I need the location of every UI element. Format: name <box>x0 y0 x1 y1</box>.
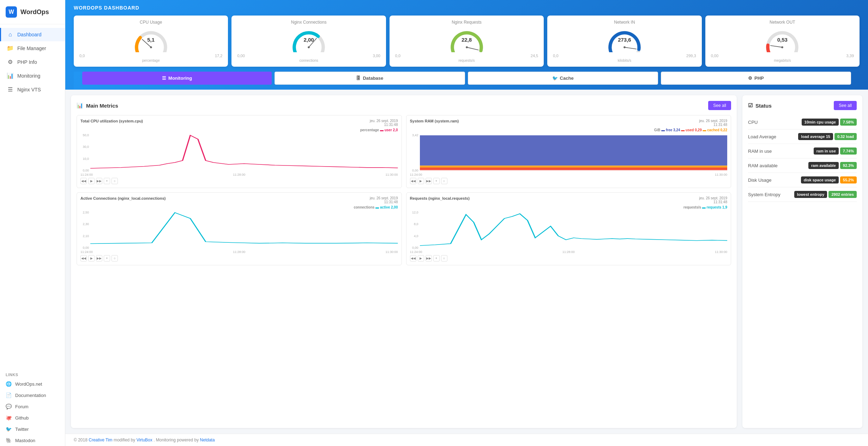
chart-footer-cpu-chart: ◀◀ ▶ ▶▶ + ○ <box>80 178 398 184</box>
sidebar-links: 🌐WordOps.net📄Documentation💬Forum🐙Github🐦… <box>0 378 65 446</box>
chart-card-cpu-chart: Total CPU utilization (system.cpu) jeu. … <box>77 115 402 188</box>
svg-point-7 <box>623 46 626 48</box>
chart-plus-ram-chart[interactable]: + <box>433 178 440 184</box>
chart-prev-ram-chart[interactable]: ▶ <box>418 178 424 184</box>
chart-minus-cpu-chart[interactable]: ○ <box>111 178 118 184</box>
metrics-see-all-button[interactable]: See all <box>708 101 731 110</box>
footer-copyright: © 2018 <box>74 438 88 442</box>
gauge-max-nginx-requests: 24,5 <box>531 54 538 58</box>
chart-title-requests-chart: Requests (nginx_local.requests) <box>410 196 470 200</box>
metrics-panel: 📊 Main Metrics See all Total CPU utiliza… <box>71 95 737 428</box>
tab-database[interactable]: 🗄Database <box>275 72 465 85</box>
gauge-max-network-in: 299,3 <box>686 54 696 58</box>
chart-header-cpu-chart: Total CPU utilization (system.cpu) jeu. … <box>80 119 398 127</box>
tab-cache[interactable]: 🐦Cache <box>468 72 658 85</box>
svg-point-5 <box>466 46 468 48</box>
sidebar-link-mastodon[interactable]: 🐘Mastodon <box>0 435 65 446</box>
php-tab-icon: ⚙ <box>748 76 752 81</box>
chart-prev-requests-chart[interactable]: ▶ <box>418 255 424 261</box>
sidebar-item-dashboard[interactable]: ⌂Dashboard <box>0 28 65 41</box>
gauge-min-network-in: 0,0 <box>553 54 558 58</box>
chart-prev-connections-chart[interactable]: ▶ <box>88 255 95 261</box>
chart-next-requests-chart[interactable]: ▶▶ <box>426 255 432 261</box>
status-label-load-average: Load Average <box>748 134 776 139</box>
gauge-card-cpu-usage: CPU Usage 5,1 0,0 17,2 percentage <box>74 16 228 67</box>
sidebar-item-nginx-vts[interactable]: ☰Nginx VTS <box>0 83 65 96</box>
chart-footer-requests-chart: ◀◀ ▶ ▶▶ + ○ <box>410 255 728 261</box>
gauge-card-nginx-requests: Nginx Requests 22,8 0,0 24,5 requests/s <box>390 16 544 67</box>
sidebar-link-wordops-net[interactable]: 🌐WordOps.net <box>0 378 65 390</box>
chart-footer-connections-chart: ◀◀ ▶ ▶▶ + ○ <box>80 255 398 261</box>
svg-line-8 <box>771 46 782 47</box>
sidebar-item-file-manager[interactable]: 📁File Manager <box>0 41 65 55</box>
header: WORDOPS DASHBOARD CPU Usage 5,1 0,0 17,2… <box>65 0 868 90</box>
status-label-cpu: CPU <box>748 120 758 125</box>
gauge-nginx-connections: 2,00 <box>288 28 330 52</box>
link-label-github: Github <box>15 415 29 421</box>
footer-virtu-link[interactable]: VirtuBox <box>137 438 152 442</box>
chart-plus-connections-chart[interactable]: + <box>104 255 110 261</box>
chart-legend-requests-chart: requests/s ▬ requests 1,9 <box>410 205 728 209</box>
link-label-mastodon: Mastodon <box>15 438 35 443</box>
chart-area-connections-chart <box>90 211 398 249</box>
status-badges-system-entropy: lowest entropy 2902 entries <box>794 191 857 198</box>
link-label-wordops-net: WordOps.net <box>15 381 42 387</box>
chart-next-cpu-chart[interactable]: ▶▶ <box>96 178 102 184</box>
chart-plus-requests-chart[interactable]: + <box>433 255 440 261</box>
gauge-network-out: 0,53 <box>761 28 803 52</box>
sidebar-link-documentation[interactable]: 📄Documentation <box>0 390 65 401</box>
chart-plus-cpu-chart[interactable]: + <box>104 178 110 184</box>
sidebar-item-monitoring[interactable]: 📊Monitoring <box>0 69 65 83</box>
status-badges-load-average: load average 15 0.32 load <box>798 133 857 140</box>
status-badges-ram-in-use: ram in use 7.74% <box>814 147 857 155</box>
dashboard-icon: ⌂ <box>7 31 14 38</box>
chart-next-connections-chart[interactable]: ▶▶ <box>96 255 102 261</box>
gauge-card-network-in: Network IN 273,6 0,0 299,3 kilobits/s <box>547 16 701 67</box>
gauge-value-network-out: 0,53 <box>777 37 788 43</box>
chart-timestamp-requests-chart: jeu. 26 sept. 201911:31:48 <box>699 196 727 204</box>
gauge-value-network-in: 273,6 <box>618 37 631 43</box>
content-area: 📊 Main Metrics See all Total CPU utiliza… <box>65 90 868 434</box>
gauge-max-nginx-connections: 3,00 <box>373 54 380 58</box>
status-badge2-load-average: 0.32 load <box>834 133 857 140</box>
chart-area-requests-chart <box>420 211 728 249</box>
chart-back-cpu-chart[interactable]: ◀◀ <box>80 178 87 184</box>
chart-back-ram-chart[interactable]: ◀◀ <box>410 178 416 184</box>
checkbox-icon: ☑ <box>748 102 753 109</box>
status-label-ram-in-use: RAM in use <box>748 149 772 154</box>
chart-yaxis-requests-chart: 12,0 8,0 4,0 0,00 <box>410 211 420 249</box>
status-title: ☑ Status <box>748 102 772 109</box>
status-label-disk-usage: Disk Usage <box>748 177 771 183</box>
status-badge1-cpu: 10min cpu usage <box>802 119 839 126</box>
nav-label-nginx-vts: Nginx VTS <box>17 87 41 92</box>
chart-minus-connections-chart[interactable]: ○ <box>111 255 118 261</box>
chart-next-ram-chart[interactable]: ▶▶ <box>426 178 432 184</box>
chart-title-connections-chart: Active Connections (nginx_local.connecti… <box>80 196 165 200</box>
tab-monitoring[interactable]: ☰Monitoring <box>82 72 272 85</box>
status-badge1-disk-usage: disk space usage <box>801 176 839 183</box>
cache-tab-icon: 🐦 <box>552 76 558 81</box>
chart-area-cpu-chart <box>90 133 398 172</box>
gauge-title-network-in: Network IN <box>553 20 696 25</box>
chart-minus-ram-chart[interactable]: ○ <box>441 178 447 184</box>
chart-prev-cpu-chart[interactable]: ▶ <box>88 178 95 184</box>
status-badges-cpu: 10min cpu usage 7.58% <box>802 119 857 126</box>
sidebar-link-github[interactable]: 🐙Github <box>0 412 65 423</box>
chart-minus-requests-chart[interactable]: ○ <box>441 255 447 261</box>
gauge-unit-cpu-usage: percentage <box>79 59 222 62</box>
footer-netdata-link[interactable]: Netdata <box>200 438 215 442</box>
gauge-title-nginx-requests: Nginx Requests <box>395 20 538 25</box>
sidebar-link-forum[interactable]: 💬Forum <box>0 401 65 412</box>
status-see-all-button[interactable]: See all <box>834 101 857 110</box>
sidebar-item-php-info[interactable]: ⚙PHP Info <box>0 55 65 69</box>
gauge-footer-cpu-usage: 0,0 17,2 <box>79 54 222 58</box>
gauge-max-cpu-usage: 17,2 <box>215 54 222 58</box>
chart-timestamp-cpu-chart: jeu. 26 sept. 201911:31:48 <box>370 119 398 127</box>
tab-php[interactable]: ⚙PHP <box>661 72 851 85</box>
chart-back-connections-chart[interactable]: ◀◀ <box>80 255 87 261</box>
chart-back-requests-chart[interactable]: ◀◀ <box>410 255 416 261</box>
main-content: WORDOPS DASHBOARD CPU Usage 5,1 0,0 17,2… <box>65 0 868 446</box>
footer-tim-link[interactable]: Creative Tim <box>89 438 112 442</box>
gauge-value-nginx-connections: 2,00 <box>304 37 314 43</box>
sidebar-link-twitter[interactable]: 🐦Twitter <box>0 423 65 435</box>
